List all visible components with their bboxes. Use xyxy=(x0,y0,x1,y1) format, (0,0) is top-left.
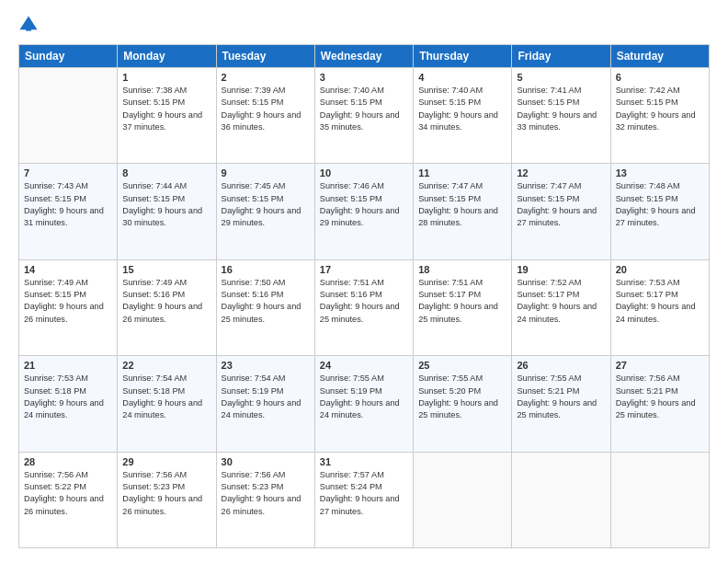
day-info: Sunrise: 7:53 AMSunset: 5:18 PMDaylight:… xyxy=(24,373,112,421)
calendar-cell: 6Sunrise: 7:42 AMSunset: 5:15 PMDaylight… xyxy=(610,68,709,164)
calendar-cell: 25Sunrise: 7:55 AMSunset: 5:20 PMDayligh… xyxy=(414,356,512,452)
calendar-week-row: 7Sunrise: 7:43 AMSunset: 5:15 PMDaylight… xyxy=(19,164,710,259)
calendar-cell xyxy=(610,452,709,547)
calendar-cell: 7Sunrise: 7:43 AMSunset: 5:15 PMDaylight… xyxy=(19,164,118,259)
day-info: Sunrise: 7:49 AMSunset: 5:16 PMDaylight:… xyxy=(122,277,210,326)
calendar-cell: 20Sunrise: 7:53 AMSunset: 5:17 PMDayligh… xyxy=(610,259,709,355)
calendar-cell xyxy=(512,452,610,547)
day-number: 12 xyxy=(517,167,605,178)
day-number: 25 xyxy=(418,360,506,371)
day-header-friday: Friday xyxy=(512,45,610,68)
day-info: Sunrise: 7:51 AMSunset: 5:17 PMDaylight:… xyxy=(418,277,506,326)
calendar-cell: 18Sunrise: 7:51 AMSunset: 5:17 PMDayligh… xyxy=(414,259,512,355)
page: SundayMondayTuesdayWednesdayThursdayFrid… xyxy=(0,0,728,563)
calendar-cell: 4Sunrise: 7:40 AMSunset: 5:15 PMDaylight… xyxy=(414,68,512,164)
calendar-header-row: SundayMondayTuesdayWednesdayThursdayFrid… xyxy=(19,45,710,68)
calendar-cell: 22Sunrise: 7:54 AMSunset: 5:18 PMDayligh… xyxy=(118,356,216,452)
day-number: 20 xyxy=(616,264,704,275)
day-info: Sunrise: 7:44 AMSunset: 5:15 PMDaylight:… xyxy=(122,180,210,229)
day-number: 24 xyxy=(320,360,408,371)
calendar-cell: 30Sunrise: 7:56 AMSunset: 5:23 PMDayligh… xyxy=(216,452,314,547)
calendar: SundayMondayTuesdayWednesdayThursdayFrid… xyxy=(18,44,710,548)
day-info: Sunrise: 7:48 AMSunset: 5:15 PMDaylight:… xyxy=(616,180,704,229)
day-info: Sunrise: 7:55 AMSunset: 5:20 PMDaylight:… xyxy=(418,373,506,421)
day-number: 21 xyxy=(24,360,112,371)
day-info: Sunrise: 7:45 AMSunset: 5:15 PMDaylight:… xyxy=(222,180,310,229)
day-number: 4 xyxy=(418,72,506,83)
calendar-cell: 5Sunrise: 7:41 AMSunset: 5:15 PMDaylight… xyxy=(512,68,610,164)
day-info: Sunrise: 7:39 AMSunset: 5:15 PMDaylight:… xyxy=(222,85,310,133)
header xyxy=(18,15,710,35)
day-number: 6 xyxy=(616,72,704,83)
calendar-cell xyxy=(19,68,118,164)
day-info: Sunrise: 7:50 AMSunset: 5:16 PMDaylight:… xyxy=(222,277,310,326)
day-info: Sunrise: 7:47 AMSunset: 5:15 PMDaylight:… xyxy=(517,180,605,229)
day-info: Sunrise: 7:43 AMSunset: 5:15 PMDaylight:… xyxy=(24,180,112,229)
day-header-sunday: Sunday xyxy=(19,45,118,68)
day-header-tuesday: Tuesday xyxy=(216,45,314,68)
day-info: Sunrise: 7:38 AMSunset: 5:15 PMDaylight:… xyxy=(122,85,210,133)
calendar-cell: 10Sunrise: 7:46 AMSunset: 5:15 PMDayligh… xyxy=(314,164,413,259)
day-number: 27 xyxy=(616,360,704,371)
day-info: Sunrise: 7:46 AMSunset: 5:15 PMDaylight:… xyxy=(320,180,408,229)
day-number: 9 xyxy=(222,167,310,178)
day-info: Sunrise: 7:49 AMSunset: 5:15 PMDaylight:… xyxy=(24,277,112,326)
day-info: Sunrise: 7:56 AMSunset: 5:23 PMDaylight:… xyxy=(222,469,310,518)
day-number: 26 xyxy=(517,360,605,371)
calendar-cell: 11Sunrise: 7:47 AMSunset: 5:15 PMDayligh… xyxy=(414,164,512,259)
day-number: 8 xyxy=(122,167,210,178)
day-header-monday: Monday xyxy=(118,45,216,68)
day-number: 29 xyxy=(122,456,210,467)
day-info: Sunrise: 7:40 AMSunset: 5:15 PMDaylight:… xyxy=(320,85,408,133)
day-info: Sunrise: 7:53 AMSunset: 5:17 PMDaylight:… xyxy=(616,277,704,326)
calendar-cell: 2Sunrise: 7:39 AMSunset: 5:15 PMDaylight… xyxy=(216,68,314,164)
calendar-cell: 17Sunrise: 7:51 AMSunset: 5:16 PMDayligh… xyxy=(314,259,413,355)
logo xyxy=(18,15,42,35)
day-header-saturday: Saturday xyxy=(610,45,709,68)
day-info: Sunrise: 7:47 AMSunset: 5:15 PMDaylight:… xyxy=(418,180,506,229)
day-number: 30 xyxy=(222,456,310,467)
day-number: 7 xyxy=(24,167,112,178)
day-number: 23 xyxy=(222,360,310,371)
day-info: Sunrise: 7:56 AMSunset: 5:22 PMDaylight:… xyxy=(24,469,112,518)
day-info: Sunrise: 7:42 AMSunset: 5:15 PMDaylight:… xyxy=(616,85,704,133)
day-info: Sunrise: 7:55 AMSunset: 5:19 PMDaylight:… xyxy=(320,373,408,421)
day-info: Sunrise: 7:57 AMSunset: 5:24 PMDaylight:… xyxy=(320,469,408,518)
day-info: Sunrise: 7:51 AMSunset: 5:16 PMDaylight:… xyxy=(320,277,408,326)
calendar-week-row: 28Sunrise: 7:56 AMSunset: 5:22 PMDayligh… xyxy=(19,452,710,547)
day-info: Sunrise: 7:40 AMSunset: 5:15 PMDaylight:… xyxy=(418,85,506,133)
calendar-cell: 31Sunrise: 7:57 AMSunset: 5:24 PMDayligh… xyxy=(314,452,413,547)
day-info: Sunrise: 7:56 AMSunset: 5:21 PMDaylight:… xyxy=(616,373,704,421)
day-header-thursday: Thursday xyxy=(414,45,512,68)
calendar-cell: 21Sunrise: 7:53 AMSunset: 5:18 PMDayligh… xyxy=(19,356,118,452)
calendar-cell xyxy=(414,452,512,547)
calendar-cell: 28Sunrise: 7:56 AMSunset: 5:22 PMDayligh… xyxy=(19,452,118,547)
calendar-cell: 14Sunrise: 7:49 AMSunset: 5:15 PMDayligh… xyxy=(19,259,118,355)
day-number: 17 xyxy=(320,264,408,275)
calendar-cell: 15Sunrise: 7:49 AMSunset: 5:16 PMDayligh… xyxy=(118,259,216,355)
day-number: 13 xyxy=(616,167,704,178)
day-info: Sunrise: 7:54 AMSunset: 5:19 PMDaylight:… xyxy=(222,373,310,421)
calendar-cell: 12Sunrise: 7:47 AMSunset: 5:15 PMDayligh… xyxy=(512,164,610,259)
calendar-cell: 24Sunrise: 7:55 AMSunset: 5:19 PMDayligh… xyxy=(314,356,413,452)
day-info: Sunrise: 7:55 AMSunset: 5:21 PMDaylight:… xyxy=(517,373,605,421)
calendar-cell: 1Sunrise: 7:38 AMSunset: 5:15 PMDaylight… xyxy=(118,68,216,164)
day-info: Sunrise: 7:52 AMSunset: 5:17 PMDaylight:… xyxy=(517,277,605,326)
svg-rect-1 xyxy=(26,24,31,30)
day-number: 15 xyxy=(122,264,210,275)
day-info: Sunrise: 7:54 AMSunset: 5:18 PMDaylight:… xyxy=(122,373,210,421)
day-header-wednesday: Wednesday xyxy=(314,45,413,68)
calendar-cell: 13Sunrise: 7:48 AMSunset: 5:15 PMDayligh… xyxy=(610,164,709,259)
calendar-cell: 27Sunrise: 7:56 AMSunset: 5:21 PMDayligh… xyxy=(610,356,709,452)
day-number: 10 xyxy=(320,167,408,178)
day-number: 31 xyxy=(320,456,408,467)
day-number: 22 xyxy=(122,360,210,371)
calendar-cell: 29Sunrise: 7:56 AMSunset: 5:23 PMDayligh… xyxy=(118,452,216,547)
calendar-cell: 19Sunrise: 7:52 AMSunset: 5:17 PMDayligh… xyxy=(512,259,610,355)
calendar-cell: 3Sunrise: 7:40 AMSunset: 5:15 PMDaylight… xyxy=(314,68,413,164)
day-number: 14 xyxy=(24,264,112,275)
day-info: Sunrise: 7:41 AMSunset: 5:15 PMDaylight:… xyxy=(517,85,605,133)
day-number: 18 xyxy=(418,264,506,275)
calendar-cell: 8Sunrise: 7:44 AMSunset: 5:15 PMDaylight… xyxy=(118,164,216,259)
day-number: 28 xyxy=(24,456,112,467)
